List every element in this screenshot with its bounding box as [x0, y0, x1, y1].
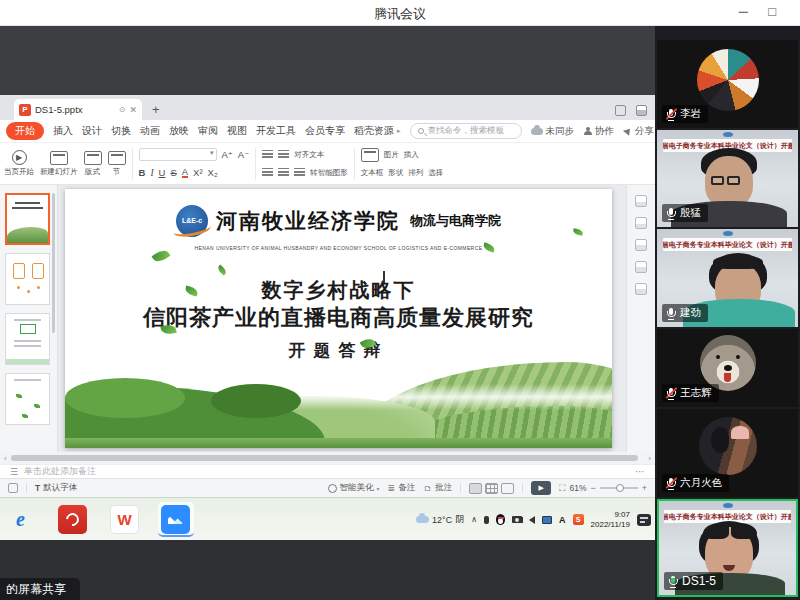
menu-home[interactable]: 开始 — [6, 122, 44, 140]
section-button[interactable]: 节 — [108, 151, 126, 177]
display-tray-icon[interactable] — [542, 516, 552, 524]
menu-insert[interactable]: 插入 — [53, 124, 73, 138]
slide-thumbnail-2[interactable] — [5, 253, 50, 305]
slide-sorter-view-button[interactable] — [485, 483, 498, 494]
underline-button[interactable]: U — [159, 167, 166, 178]
decrease-font-icon[interactable]: A⁻ — [238, 149, 249, 160]
fit-slide-icon[interactable]: ⛶ — [559, 483, 565, 494]
browser-icon[interactable]: e — [6, 505, 35, 534]
tray-mic-icon[interactable] — [484, 516, 489, 524]
speaker-notes-button[interactable]: ≣ 备注 — [388, 482, 416, 494]
tab-close-icon[interactable]: ✕ — [129, 105, 137, 115]
active-speaker-tile[interactable]: 2022届电子商务专业本科毕业论文（设计）开题答辩 DS1-5 — [657, 499, 798, 597]
smart-beautify-button[interactable]: 智能美化 ▾ — [328, 482, 380, 494]
maximize-icon[interactable]: □ — [768, 4, 776, 19]
slide-canvas[interactable]: L&E-c 河南牧业经济学院 物流与电商学院 HENAN UNIVERSITY … — [65, 189, 612, 448]
workbench-icon[interactable] — [615, 105, 626, 116]
smart-graphic-button[interactable]: 转智能图形 — [310, 168, 348, 178]
shapes-button[interactable]: 形状 — [388, 168, 403, 178]
thumbnail-scrollbar[interactable] — [52, 193, 55, 333]
slide-thumbnail-3[interactable] — [5, 313, 50, 365]
command-search-input[interactable]: 查找命令，搜索模板 — [410, 123, 522, 139]
notes-more-icon[interactable]: ⋯ — [635, 466, 645, 477]
reading-view-button[interactable] — [501, 483, 514, 494]
menu-resources[interactable]: 稻壳资源 — [354, 124, 394, 138]
sogou-input-icon[interactable]: S — [573, 514, 584, 525]
menu-transition[interactable]: 切换 — [111, 124, 131, 138]
zoom-in-icon[interactable]: + — [642, 483, 647, 493]
menu-slideshow[interactable]: 放映 — [169, 124, 189, 138]
document-tab[interactable]: P DS1-5.pptx ⊙ ✕ — [14, 99, 142, 120]
scroll-right-icon[interactable]: › — [648, 454, 651, 463]
zoom-slider[interactable] — [600, 487, 638, 489]
share-button[interactable]: 分享 — [624, 125, 654, 138]
tray-expand-icon[interactable]: ∧ — [471, 515, 477, 524]
participant-tile[interactable]: 六月火色 — [657, 409, 798, 497]
numbered-list-icon[interactable] — [278, 150, 289, 159]
wps-office-icon[interactable]: W — [110, 505, 139, 534]
subscript-button[interactable]: X₂ — [208, 167, 218, 178]
menu-devtools[interactable]: 开发工具 — [256, 124, 296, 138]
menu-design[interactable]: 设计 — [82, 124, 102, 138]
sync-status-button[interactable]: 未同步 — [531, 125, 575, 138]
new-tab-icon[interactable]: + — [152, 102, 160, 117]
red-music-app-icon[interactable] — [58, 505, 87, 534]
design-pane-icon[interactable] — [635, 239, 647, 251]
animation-pane-icon[interactable] — [635, 217, 647, 229]
collaborate-button[interactable]: 协作 — [584, 125, 614, 138]
taskbar-clock[interactable]: 9:07 2022/11/19 — [591, 510, 630, 530]
insert-button[interactable]: 插入 — [404, 150, 419, 160]
scroll-left-icon[interactable]: ‹ — [4, 454, 7, 463]
properties-icon[interactable] — [635, 195, 647, 207]
select-button[interactable]: 选择 — [428, 168, 443, 178]
italic-button[interactable]: I — [150, 168, 153, 178]
menu-view[interactable]: 视图 — [227, 124, 247, 138]
font-select[interactable] — [139, 148, 217, 161]
slide-thumbnail-1[interactable] — [5, 193, 50, 245]
bold-button[interactable]: B — [139, 167, 146, 178]
strikethrough-button[interactable]: S — [170, 167, 176, 178]
tab-pin-icon[interactable]: ⊙ — [119, 105, 126, 114]
new-slide-button[interactable]: 新建幻灯片 — [40, 151, 78, 177]
menu-review[interactable]: 审阅 — [198, 124, 218, 138]
weather-widget[interactable]: 12°C 阴 — [416, 513, 464, 526]
normal-view-button[interactable] — [469, 483, 482, 494]
notes-bar[interactable]: ☰ 单击此处添加备注 ⋯ — [0, 464, 655, 478]
increase-font-icon[interactable]: A⁺ — [222, 149, 233, 160]
align-right-icon[interactable] — [294, 168, 305, 177]
slide-info-icon — [8, 483, 18, 493]
slide-thumbnail-4[interactable] — [5, 373, 50, 425]
align-center-icon[interactable] — [278, 168, 289, 177]
input-method-icon[interactable]: A — [559, 515, 566, 525]
app-center-icon[interactable] — [636, 105, 647, 116]
menu-animation[interactable]: 动画 — [140, 124, 160, 138]
layout-button[interactable]: 版式 — [84, 151, 102, 177]
superscript-button[interactable]: X² — [193, 167, 203, 178]
notification-center-icon[interactable] — [637, 514, 651, 526]
menu-member[interactable]: 会员专享 — [305, 124, 345, 138]
zoom-out-icon[interactable]: − — [590, 483, 595, 493]
font-color-button[interactable]: A — [182, 167, 188, 178]
comments-button[interactable]: 🗅 批注 — [423, 482, 452, 494]
minimize-icon[interactable]: ─ — [739, 4, 748, 19]
help-pane-icon[interactable] — [635, 283, 647, 295]
resources-pane-icon[interactable] — [635, 261, 647, 273]
play-from-current-button[interactable]: ▶ 当页开始 — [4, 150, 34, 177]
participant-tile[interactable]: 李岩 — [657, 40, 798, 128]
tencent-meeting-icon[interactable] — [161, 505, 190, 534]
volume-tray-icon[interactable] — [529, 516, 535, 524]
zoom-slider-knob[interactable] — [616, 484, 624, 492]
participant-tile[interactable]: 王志辉 — [657, 329, 798, 407]
bullet-list-icon[interactable] — [262, 150, 273, 159]
horizontal-scrollbar[interactable]: ‹ › — [0, 452, 655, 464]
participant-tile[interactable]: 2022届电子商务专业本科毕业论文（设计）开题答辩 殷猛 — [657, 130, 798, 227]
align-left-icon[interactable] — [262, 168, 273, 177]
text-box-button[interactable]: 文本框 — [361, 168, 384, 178]
slideshow-play-button[interactable]: ▶ — [531, 481, 551, 495]
align-text-button[interactable]: 对齐文本 — [294, 150, 324, 160]
qq-tray-icon[interactable] — [496, 514, 505, 525]
participant-tile[interactable]: 2022届电子商务专业本科毕业论文（设计）开题答辩 建劲 — [657, 229, 798, 327]
picture-button[interactable]: 图片 — [384, 150, 399, 160]
scrollbar-thumb[interactable] — [11, 455, 639, 461]
arrange-button[interactable]: 排列 — [408, 168, 423, 178]
